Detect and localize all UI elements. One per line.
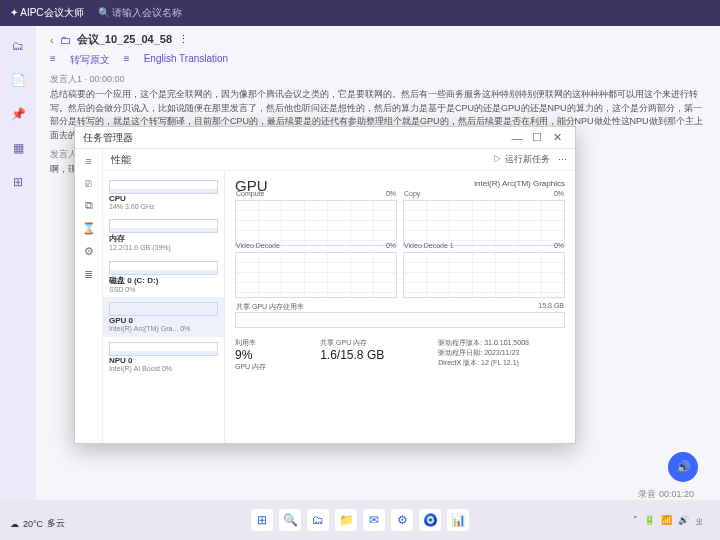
search-input[interactable]: 🔍 请输入会议名称	[98, 6, 183, 20]
perf-sub: 14% 3.60 GHz	[109, 203, 218, 211]
perf-item-cpu[interactable]: CPU 14% 3.60 GHz	[103, 175, 224, 214]
perf-item-gpu[interactable]: GPU 0 Intel(R) Arc(TM) Gra... 0%	[103, 297, 224, 336]
chart-compute[interactable]: Compute0%	[235, 200, 397, 246]
mail-icon[interactable]: ✉	[363, 509, 385, 531]
stat-label: DirectX 版本:	[438, 359, 479, 366]
services-icon[interactable]: ≣	[84, 268, 93, 281]
chart-pct: 0%	[386, 190, 396, 197]
perf-sub: Intel(R) AI Boost 0%	[109, 365, 218, 373]
tabs: ≡ 转写原文 ≡ English Translation	[50, 53, 706, 67]
speaker-meta: 发言人1 · 00:00:00	[50, 73, 706, 86]
processes-icon[interactable]: ⎚	[85, 177, 92, 189]
rail-folder-icon[interactable]: 🗂	[10, 38, 26, 54]
stat-label: 驱动程序日期:	[438, 349, 482, 356]
search-placeholder: 请输入会议名称	[112, 7, 182, 18]
rail-apps-icon[interactable]: ⊞	[10, 174, 26, 190]
perf-sub: SSD 0%	[109, 286, 218, 294]
perf-detail: GPU Intel(R) Arc(TM) Graphics Compute0% …	[225, 171, 575, 443]
folder-icon: 🗀	[60, 34, 71, 46]
taskmgr-icon[interactable]: 📊	[447, 509, 469, 531]
chart-label: 共享 GPU 内存使用率	[236, 302, 304, 312]
chart-pct: 0%	[386, 242, 396, 249]
system-tray[interactable]: ˄ 🔋 📶 🔊 ㄓ	[633, 515, 704, 528]
startup-icon[interactable]: ⚙	[84, 245, 94, 258]
stat-label: GPU 内存	[235, 362, 302, 372]
start-button[interactable]: ⊞	[251, 509, 273, 531]
chart-copy[interactable]: Copy0%	[403, 200, 565, 246]
chart-label: Video Decode	[236, 242, 280, 249]
rail-pin-icon[interactable]: 📌	[10, 106, 26, 122]
rail-file-icon[interactable]: 📄	[10, 72, 26, 88]
perf-name: 磁盘 0 (C: D:)	[109, 275, 218, 286]
perf-item-disk[interactable]: 磁盘 0 (C: D:) SSD 0%	[103, 256, 224, 297]
minimize-button[interactable]: —	[507, 132, 527, 144]
titlebar[interactable]: 任务管理器 — ☐ ✕	[75, 127, 575, 149]
more-button[interactable]: ⋯	[558, 155, 567, 165]
close-button[interactable]: ✕	[547, 131, 567, 144]
stat-value: 9%	[235, 348, 302, 362]
performance-icon[interactable]: ⧉	[85, 199, 93, 212]
tab-transcript[interactable]: 转写原文	[70, 53, 110, 67]
wifi-icon[interactable]: 📶	[661, 515, 672, 528]
meeting-title: 会议_10_25_04_58	[77, 32, 172, 47]
mem-spark-icon	[109, 219, 218, 233]
app-logo: ✦ AIPC会议大师	[10, 6, 84, 20]
stat-value: 12 (FL 12.1)	[481, 359, 519, 366]
more-icon[interactable]: ⋮	[178, 33, 189, 46]
taskmgr-rail: ≡ ⎚ ⧉ ⌛ ⚙ ≣	[75, 149, 103, 443]
settings-icon[interactable]: ⚙	[391, 509, 413, 531]
history-icon[interactable]: ⌛	[82, 222, 96, 235]
cpu-spark-icon	[109, 180, 218, 194]
perf-list: CPU 14% 3.60 GHz 内存 12.2/31.6 GB (39%) 磁…	[103, 171, 225, 443]
chart-label: Compute	[236, 190, 264, 197]
left-rail: 🗂 📄 📌 ▦ ⊞	[0, 26, 36, 500]
chart-vdecode1[interactable]: Video Decode 10%	[403, 252, 565, 298]
perf-sub: Intel(R) Arc(TM) Gra... 0%	[109, 325, 218, 333]
perf-item-npu[interactable]: NPU 0 Intel(R) AI Boost 0%	[103, 337, 224, 376]
stat-label: 共享 GPU 内存	[320, 338, 420, 348]
app-icon[interactable]: 🧿	[419, 509, 441, 531]
stat-label: 利用率	[235, 338, 302, 348]
npu-spark-icon	[109, 342, 218, 356]
menu-icon[interactable]: ≡	[85, 155, 91, 167]
run-task-button[interactable]: ▷ 运行新任务	[493, 153, 550, 166]
chart-vdecode[interactable]: Video Decode0%	[235, 252, 397, 298]
stat-value: 2023/11/23	[484, 349, 519, 356]
task-manager-window: 任务管理器 — ☐ ✕ ≡ ⎚ ⧉ ⌛ ⚙ ≣ 性能 ▷ 运行新任务 ⋯	[74, 126, 576, 444]
perf-name: GPU 0	[109, 316, 218, 325]
weather-widget[interactable]: ☁ 20°C 多云	[10, 517, 65, 530]
gpu-spark-icon	[109, 302, 218, 316]
perf-name: CPU	[109, 194, 218, 203]
perf-sub: 12.2/31.6 GB (39%)	[109, 244, 218, 252]
tab-english[interactable]: English Translation	[144, 53, 229, 67]
perf-item-memory[interactable]: 内存 12.2/31.6 GB (39%)	[103, 214, 224, 255]
battery-icon[interactable]: 🔋	[644, 515, 655, 528]
back-button[interactable]: ‹	[50, 34, 54, 46]
chart-cap: 15.8 GB	[538, 302, 564, 309]
rail-grid-icon[interactable]: ▦	[10, 140, 26, 156]
search-button[interactable]: 🔍	[279, 509, 301, 531]
voice-button[interactable]: 🔊	[668, 452, 698, 482]
taskview-icon[interactable]: 🗂	[307, 509, 329, 531]
explorer-icon[interactable]: 📁	[335, 509, 357, 531]
chart-pct: 0%	[554, 242, 564, 249]
perf-name: 内存	[109, 233, 218, 244]
stat-value: 31.0.101.5008	[484, 339, 529, 346]
disk-spark-icon	[109, 261, 218, 275]
gpu-device: Intel(R) Arc(TM) Graphics	[474, 179, 565, 188]
maximize-button[interactable]: ☐	[527, 131, 547, 144]
chart-label: Copy	[404, 190, 420, 197]
chart-pct: 0%	[554, 190, 564, 197]
windows-taskbar: ☁ 20°C 多云 ⊞ 🔍 🗂 📁 ✉ ⚙ 🧿 📊 ˄ 🔋 📶 🔊 ㄓ	[0, 500, 720, 540]
stat-label: 驱动程序版本:	[438, 339, 482, 346]
chart-label: Video Decode 1	[404, 242, 454, 249]
volume-icon[interactable]: 🔊	[678, 515, 689, 528]
performance-label: 性能	[111, 153, 131, 167]
shared-mem-chart[interactable]: 共享 GPU 内存使用率 15.8 GB	[235, 312, 565, 328]
perf-name: NPU 0	[109, 356, 218, 365]
tray-overflow-icon[interactable]: ˄	[633, 515, 638, 528]
ime-icon[interactable]: ㄓ	[695, 515, 704, 528]
app-title: AIPC会议大师	[20, 7, 83, 18]
gpu-stats: 利用率9%GPU 内存 共享 GPU 内存1.6/15.8 GB 驱动程序版本:…	[235, 338, 565, 372]
stat-value: 1.6/15.8 GB	[320, 348, 420, 362]
